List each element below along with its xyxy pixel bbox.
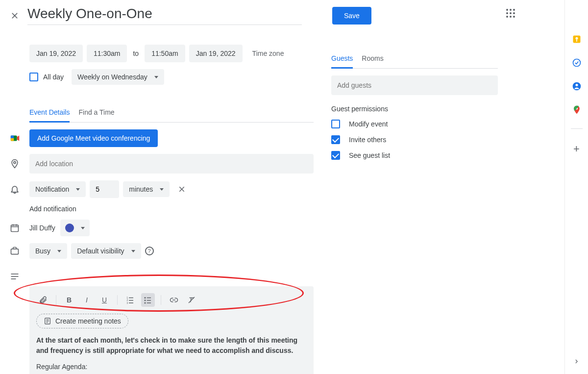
briefcase-icon: [10, 246, 29, 256]
location-icon: [10, 159, 29, 169]
svg-point-18: [145, 297, 146, 299]
agenda-header: Regular Agenda:: [36, 362, 307, 372]
to-label: to: [131, 50, 141, 57]
description-bold-text: At the start of each month, let's check …: [36, 336, 297, 354]
svg-text:3: 3: [127, 302, 128, 304]
svg-rect-30: [576, 40, 577, 42]
timezone-link[interactable]: Time zone: [252, 50, 284, 57]
tab-guests[interactable]: Guests: [331, 54, 353, 69]
modify-event-label: Modify event: [349, 120, 388, 128]
start-time-chip[interactable]: 11:30am: [87, 45, 127, 62]
svg-point-31: [573, 59, 580, 67]
description-box[interactable]: B I U 123 Create me: [29, 286, 314, 374]
end-time-chip[interactable]: 11:50am: [145, 45, 185, 62]
location-input[interactable]: [29, 154, 314, 174]
svg-rect-8: [11, 249, 19, 254]
color-dot: [65, 224, 74, 232]
see-guest-list-label: See guest list: [349, 151, 390, 159]
bold-icon[interactable]: B: [62, 293, 76, 307]
calendar-icon: [10, 223, 29, 233]
help-icon[interactable]: ?: [145, 247, 154, 255]
allday-label: All day: [43, 73, 64, 81]
add-addon-icon[interactable]: +: [573, 143, 580, 155]
recurrence-dropdown[interactable]: Weekly on Wednesday: [72, 69, 164, 85]
svg-point-29: [575, 37, 578, 40]
notification-value-input[interactable]: [90, 180, 119, 198]
visibility-dropdown[interactable]: Default visibility: [71, 243, 141, 259]
maps-icon[interactable]: [572, 105, 582, 115]
event-title-input[interactable]: [27, 6, 302, 25]
add-guests-input[interactable]: [331, 75, 498, 95]
permissions-title: Guest permissions: [331, 105, 498, 113]
calendar-color-picker[interactable]: [60, 220, 90, 236]
svg-point-20: [145, 302, 146, 304]
svg-rect-4: [11, 225, 19, 231]
add-notification-link[interactable]: Add notification: [29, 205, 314, 213]
modify-event-checkbox[interactable]: [331, 120, 340, 128]
svg-point-3: [14, 161, 16, 163]
tab-rooms[interactable]: Rooms: [362, 54, 383, 68]
svg-rect-1: [11, 136, 14, 139]
create-meeting-notes-button[interactable]: Create meeting notes: [36, 314, 128, 328]
svg-rect-2: [11, 138, 14, 141]
side-panel: + ›: [564, 0, 588, 374]
underline-icon[interactable]: U: [98, 293, 111, 307]
description-icon: [10, 272, 29, 281]
notification-unit-dropdown[interactable]: minutes: [123, 181, 170, 197]
svg-text:2: 2: [127, 299, 128, 301]
availability-dropdown[interactable]: Busy: [29, 243, 67, 259]
calendar-owner: Jill Duffy: [29, 224, 55, 232]
bullet-list-icon[interactable]: [141, 293, 155, 307]
end-date-chip[interactable]: Jan 19, 2022: [189, 45, 243, 62]
svg-text:1: 1: [127, 297, 128, 299]
add-meet-button[interactable]: Add Google Meet video conferencing: [29, 129, 158, 147]
link-icon[interactable]: [167, 293, 181, 307]
allday-checkbox[interactable]: [29, 73, 38, 81]
numbered-list-icon[interactable]: 123: [123, 293, 137, 307]
tasks-icon[interactable]: [572, 58, 582, 68]
close-icon[interactable]: [10, 11, 20, 21]
collapse-panel-icon[interactable]: ›: [575, 356, 578, 366]
tab-event-details[interactable]: Event Details: [29, 108, 70, 123]
remove-notification-icon[interactable]: [177, 185, 186, 194]
tab-find-time[interactable]: Find a Time: [78, 108, 114, 122]
bell-icon: [10, 184, 29, 194]
notification-type-dropdown[interactable]: Notification: [29, 181, 86, 197]
svg-point-19: [145, 299, 146, 301]
italic-icon[interactable]: I: [80, 293, 94, 307]
contacts-icon[interactable]: [572, 81, 582, 91]
invite-others-label: Invite others: [349, 136, 386, 144]
attach-icon[interactable]: [36, 293, 50, 307]
start-date-chip[interactable]: Jan 19, 2022: [29, 45, 83, 62]
invite-others-checkbox[interactable]: [331, 135, 340, 144]
keep-icon[interactable]: [572, 34, 582, 44]
see-guest-list-checkbox[interactable]: [331, 151, 340, 160]
svg-point-33: [575, 84, 578, 86]
apps-icon[interactable]: [506, 9, 515, 18]
save-button[interactable]: Save: [332, 7, 371, 25]
clear-format-icon[interactable]: [185, 293, 198, 307]
meet-icon: [10, 133, 29, 144]
